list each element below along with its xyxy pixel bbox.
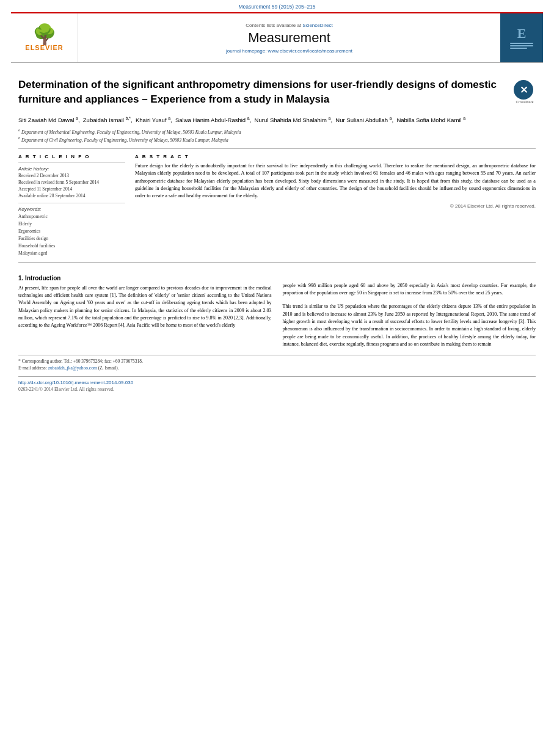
email-label: E-mail address: [18, 365, 47, 371]
homepage-url[interactable]: www.elsevier.com/locate/measurement [268, 48, 352, 54]
abstract-text: Future design for the elderly is undoubt… [135, 162, 536, 200]
available-date: Available online 28 September 2014 [18, 193, 125, 200]
elsevier-tree-icon: 🌳 [25, 24, 63, 44]
keyword-2: Elderly [18, 220, 125, 228]
section-divider-2 [18, 262, 536, 263]
journal-reference: Measurement 59 (2015) 205–215 [0, 0, 554, 12]
author-5: Nurul Shahida Md Shalahim a [255, 117, 331, 123]
elsevier-logo-area: 🌳 ELSEVIER [11, 13, 78, 62]
author-2: Zubaidah Ismail b,* [83, 117, 131, 123]
keywords-label: Keywords: [18, 206, 125, 212]
sciencedirect-link[interactable]: ScienceDirect [302, 23, 332, 28]
body-section: 1. Introduction At present, life span fo… [18, 271, 536, 349]
article-history-label: Article history: [18, 166, 125, 172]
journal-header: 🌳 ELSEVIER Contents lists available at S… [11, 12, 543, 63]
revised-date: Received in revised form 5 September 201… [18, 180, 125, 186]
accepted-date: Accepted 11 September 2014 [18, 186, 125, 193]
article-title-text: Determination of the significant anthrop… [18, 78, 508, 111]
page-wrapper: Measurement 59 (2015) 205–215 🌳 ELSEVIER… [0, 0, 554, 398]
affiliation-a: a Department of Mechanical Engineering, … [18, 128, 536, 136]
keyword-6: Malaysian aged [18, 250, 125, 257]
intro-col2-para2: This trend is similar to the US populati… [283, 303, 536, 348]
article-info-label: A R T I C L E I N F O [18, 154, 125, 159]
footer-copyright: 0263-2241/© 2014 Elsevier Ltd. All right… [18, 387, 536, 392]
elsevier-right-icon: E [510, 27, 533, 49]
email-address[interactable]: zubaidah_jka@yahoo.com [48, 365, 97, 371]
email-note: E-mail address: zubaidah_jka@yahoo.com (… [18, 365, 536, 372]
footer-links: http://dx.doi.org/10.1016/j.measurement.… [18, 376, 536, 392]
crossmark-icon: ✕ [514, 80, 533, 100]
keyword-5: Household facilities [18, 242, 125, 250]
elsevier-brand: ELSEVIER [25, 44, 63, 51]
corresponding-note: * Corresponding author. Tel.: +60 379675… [18, 358, 536, 365]
intro-heading: 1. Introduction [18, 275, 272, 282]
abstract-col: A B S T R A C T Future design for the el… [135, 154, 536, 257]
copyright-text: © 2014 Elsevier Ltd. All rights reserved… [135, 203, 536, 209]
affiliation-b: b Department of Civil Engineering, Facul… [18, 136, 536, 144]
keyword-3: Ergonomics [18, 228, 125, 235]
info-abstract-section: A R T I C L E I N F O Article history: R… [18, 154, 536, 257]
article-info-col: A R T I C L E I N F O Article history: R… [18, 154, 125, 257]
author-3: Khairi Yusuf a [136, 117, 170, 123]
info-divider-1 [18, 162, 125, 163]
crossmark-badge: ✕ CrossMark [514, 80, 536, 104]
authors-line: Siti Zawiah Md Dawal a, Zubaidah Ismail … [18, 115, 536, 125]
author-4: Salwa Hanim Abdul-Rashid a [175, 117, 250, 123]
author-1: Siti Zawiah Md Dawal a [18, 117, 78, 123]
journal-title: Measurement [248, 30, 330, 46]
doi-link[interactable]: http://dx.doi.org/10.1016/j.measurement.… [18, 380, 536, 385]
info-divider-2 [18, 203, 125, 203]
sciencedirect-line: Contents lists available at ScienceDirec… [246, 23, 332, 28]
article-title: Determination of the significant anthrop… [18, 78, 508, 107]
affiliations: a Department of Mechanical Engineering, … [18, 128, 536, 144]
intro-col1-para1: At present, life span for people all ove… [18, 285, 272, 330]
article-title-section: Determination of the significant anthrop… [18, 78, 536, 111]
keyword-4: Facilities design [18, 235, 125, 242]
keyword-1: Anthropometric [18, 213, 125, 220]
author-6: Nur Suliani Abdullah a [335, 117, 392, 123]
body-col-left: 1. Introduction At present, life span fo… [18, 271, 272, 349]
journal-right-logo: E [500, 13, 543, 62]
journal-homepage: journal homepage: www.elsevier.com/locat… [226, 48, 352, 54]
content-area: Determination of the significant anthrop… [0, 63, 554, 398]
abstract-label: A B S T R A C T [135, 154, 536, 159]
email-suffix: (Z. Ismail). [98, 365, 119, 371]
body-col-right: people with 998 million people aged 60 a… [283, 271, 536, 349]
section-divider-1 [18, 148, 536, 149]
footnote-area: * Corresponding author. Tel.: +60 379675… [18, 355, 536, 372]
intro-col2-para1: people with 998 million people aged 60 a… [283, 282, 536, 297]
received-date: Received 2 December 2013 [18, 173, 125, 180]
elsevier-logo: 🌳 ELSEVIER [25, 24, 63, 51]
journal-header-center: Contents lists available at ScienceDirec… [78, 13, 500, 62]
author-7: Nabilla Sofia Mohd Kamil a [396, 117, 465, 123]
